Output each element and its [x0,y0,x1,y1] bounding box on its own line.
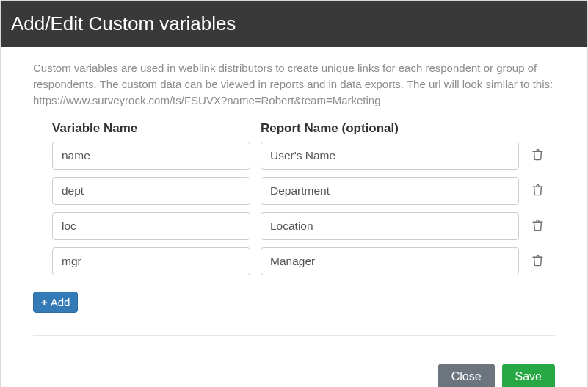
trash-icon [531,148,544,164]
add-button[interactable]: + Add [33,292,78,313]
modal-footer: Close Save [1,352,587,387]
delete-row-button[interactable] [528,252,547,271]
table-row [52,142,555,170]
modal-add-edit-custom-variables: Add/Edit Custom variables Custom variabl… [0,0,588,387]
variable-name-input[interactable] [52,177,250,205]
report-name-input[interactable] [261,247,519,275]
trash-icon [531,218,544,235]
table-row [52,212,555,240]
save-button[interactable]: Save [502,364,555,387]
variables-table: Variable Name Report Name (optional) [52,121,555,275]
modal-title: Add/Edit Custom variables [11,12,577,35]
variable-name-input[interactable] [52,212,250,240]
report-name-input[interactable] [261,142,519,170]
modal-body: Custom variables are used in weblink dis… [1,47,587,352]
close-button[interactable]: Close [438,364,495,387]
trash-icon [531,183,544,200]
trash-icon [531,253,544,270]
divider [33,335,555,336]
delete-row-button[interactable] [528,146,547,165]
variable-name-input[interactable] [52,247,250,275]
delete-row-button[interactable] [528,181,547,200]
table-row [52,177,555,205]
col-header-report: Report Name (optional) [261,121,519,136]
modal-header: Add/Edit Custom variables [1,1,587,47]
variable-name-input[interactable] [52,142,250,170]
plus-icon: + [41,297,48,308]
delete-row-button[interactable] [528,217,547,236]
col-header-variable: Variable Name [52,121,250,136]
report-name-input[interactable] [261,212,519,240]
table-row [52,247,555,275]
report-name-input[interactable] [261,177,519,205]
add-button-label: Add [51,296,70,308]
table-header-row: Variable Name Report Name (optional) [52,121,555,136]
intro-text: Custom variables are used in weblink dis… [33,60,555,108]
